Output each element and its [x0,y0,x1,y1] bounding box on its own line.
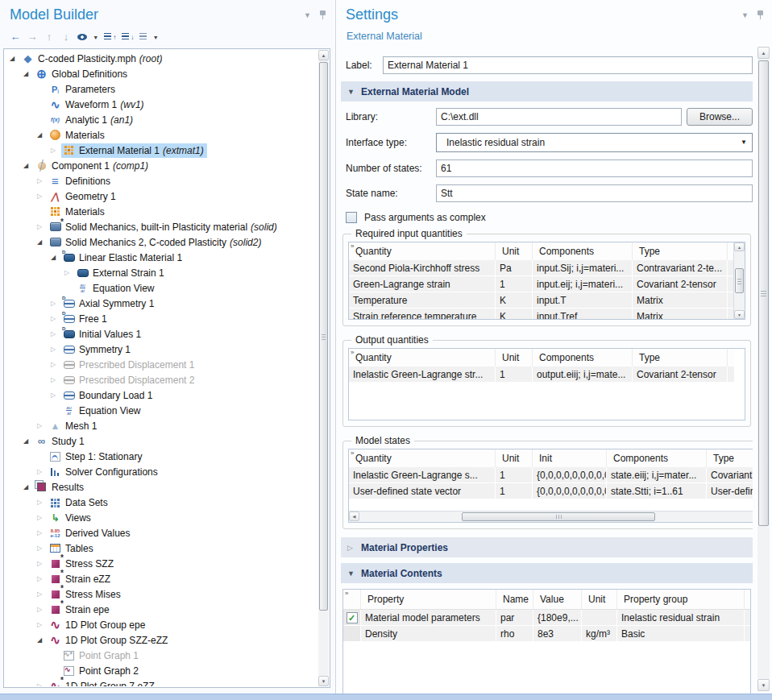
settings-scrollbar[interactable]: ▲ ▼ [757,47,770,691]
section-material-contents[interactable]: ▼ Material Contents [341,563,753,583]
scroll-down-icon[interactable]: ▼ [318,676,329,686]
table-row[interactable]: User-defined state vector 1 {0,0,0,0,0,0… [349,483,753,499]
tree-item[interactable]: External Strain 1 [5,265,318,280]
tree-item[interactable]: Analytic 1 (an1) [5,112,318,127]
expander-icon[interactable] [51,147,61,154]
table-row[interactable]: Inelastic Green-Lagrange str... 1 output… [349,367,734,382]
tree-item[interactable]: C-coded Plasticity.mph (root) [5,51,318,66]
expander-icon[interactable] [37,515,48,521]
expander-icon[interactable] [23,71,34,77]
expander-icon[interactable] [10,56,20,62]
tree-item[interactable]: Solid Mechanics, built-in Plasticity mat… [5,219,318,234]
state-name-input[interactable]: Stt [436,184,753,202]
expander-icon[interactable] [37,193,48,200]
tree-item[interactable]: Axial Symmetry 1 [5,296,318,311]
scroll-up-icon[interactable]: ▲ [757,47,770,59]
scrollbar-thumb[interactable] [319,62,328,611]
expander-icon[interactable] [37,239,48,246]
expander-icon[interactable] [37,622,48,628]
table-row[interactable]: Temperature K input.T Matrix [349,292,734,308]
chevron-down-icon[interactable]: ▼ [741,11,749,19]
tree-item[interactable]: Materials [5,204,318,219]
expander-icon[interactable] [37,132,48,139]
tree-item[interactable]: Mesh 1 [5,418,318,433]
scrollbar-thumb[interactable] [735,268,744,293]
expander-icon[interactable] [51,392,61,399]
expander-icon[interactable] [37,545,48,552]
table-row[interactable]: Inelastic Green-Lagrange s... 1 {0,0,0,0… [349,467,753,483]
number-of-states-input[interactable]: 61 [436,159,753,177]
scrollbar-thumb[interactable] [758,60,769,526]
tree-scrollbar[interactable]: ▲ ▼ [318,50,329,686]
expander-icon[interactable] [51,300,61,307]
forward-button[interactable]: → [27,31,38,43]
tree-item[interactable]: Tables [5,541,318,556]
checkbox-icon[interactable] [346,212,357,223]
expander-icon[interactable] [37,423,48,429]
table-row[interactable]: Strain reference temperature K input.Tre… [349,309,734,319]
tree-item[interactable]: External Material 1 (extmat1) [5,143,318,158]
expander-icon[interactable] [37,591,48,598]
node-text-button[interactable]: ▼ [139,31,158,43]
expander-icon[interactable] [23,484,34,491]
move-up-button[interactable]: ↑ [44,31,55,43]
tree-item[interactable]: Point Graph 2 [5,663,318,678]
pin-icon[interactable] [757,10,764,20]
expander-icon[interactable] [64,270,75,276]
tree-item[interactable]: Prescribed Displacement 2 [5,372,318,387]
expander-icon[interactable] [37,178,48,184]
column-chooser-icon[interactable]: » [351,449,354,457]
tree-item[interactable]: Linear Elastic Material 1 [5,250,318,265]
table-row[interactable]: Material model parameters par {180e9,...… [343,610,750,625]
tree-item[interactable]: Equation View [5,403,318,418]
tree-item[interactable]: Prescribed Displacement 1 [5,357,318,372]
tree-item[interactable]: Equation View [5,280,318,296]
tree-item[interactable]: Results [5,479,318,495]
back-button[interactable]: ← [10,31,21,43]
tree-item[interactable]: Stress Mises [5,586,318,602]
expander-icon[interactable] [37,499,48,506]
expand-all-button[interactable]: ↑ [104,31,116,43]
tree-item[interactable]: Views [5,510,318,525]
tree-item[interactable]: Derived Values [5,525,318,541]
scroll-left-icon[interactable]: ◀ [349,512,359,521]
tree-item[interactable]: Component 1 (comp1) [5,158,318,173]
expander-icon[interactable] [37,637,48,644]
scrollbar-thumb[interactable] [462,512,655,521]
scroll-up-icon[interactable]: ▲ [318,50,329,60]
expander-icon[interactable] [51,255,61,261]
browse-button[interactable]: Browse... [687,108,753,126]
expander-icon[interactable] [23,163,34,169]
pass-arguments-checkbox-row[interactable]: Pass arguments as complex [346,212,753,223]
expander-icon[interactable] [37,683,48,687]
tree-item[interactable]: 1D Plot Group SZZ-eZZ [5,632,318,648]
expander-icon[interactable] [51,331,61,338]
tree-item[interactable]: Global Definitions [5,66,318,81]
table-row[interactable]: Second Piola-Kirchhoff stress Pa input.S… [349,260,734,275]
table-horizontal-scrollbar[interactable]: ◀ ▶ [349,511,753,522]
tree-item[interactable]: Materials [5,127,318,143]
column-chooser-icon[interactable]: » [351,242,354,250]
expander-icon[interactable] [37,607,48,613]
table-scrollbar[interactable]: ▲ ▼ [733,242,745,319]
tree-item[interactable]: Geometry 1 [5,188,318,204]
move-down-button[interactable]: ↓ [60,31,72,43]
interface-type-select[interactable]: Inelastic residual strain ▼ [436,133,753,152]
tree-item[interactable]: Boundary Load 1 [5,387,318,403]
expander-icon[interactable] [51,362,61,368]
expander-icon[interactable] [51,377,61,383]
tree-item[interactable]: Free 1 [5,311,318,326]
pin-icon[interactable] [319,10,326,20]
scroll-down-icon[interactable]: ▼ [734,310,745,319]
tree-item[interactable]: Stress SZZ [5,556,318,571]
expander-icon[interactable] [37,530,48,536]
table-row[interactable]: Green-Lagrange strain 1 input.eij; i,j=m… [349,276,734,292]
tree-item[interactable]: Data Sets [5,495,318,510]
tree-item[interactable]: Solver Configurations [5,464,318,479]
chevron-down-icon[interactable]: ▼ [304,11,311,19]
expander-icon[interactable] [37,561,48,567]
tree-item[interactable]: 1D Plot Group epe [5,617,318,632]
section-external-material-model[interactable]: ▼ External Material Model [341,81,753,101]
expander-icon[interactable] [51,316,61,322]
checkbox-icon[interactable] [347,612,358,623]
